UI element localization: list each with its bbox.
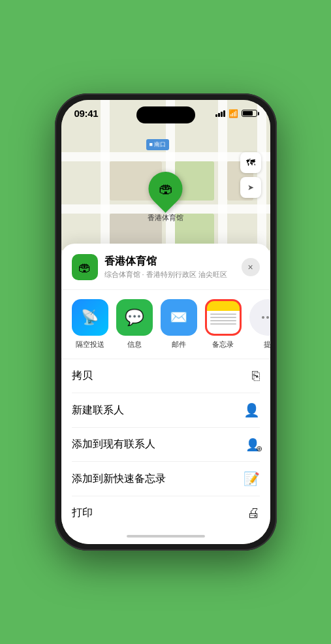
add-existing-icon: 👤⊕ [245, 437, 260, 452]
print-icon: 🖨 [247, 506, 260, 521]
copy-icon: ⎘ [252, 368, 260, 383]
share-app-airdrop[interactable]: 📡 隔空投送 [72, 299, 108, 349]
airdrop-label: 隔空投送 [76, 340, 104, 349]
bottom-sheet: 🏟 香港体育馆 综合体育馆 · 香港特别行政区 油尖旺区 × 📡 [61, 244, 270, 544]
map-controls: 🗺 ➤ [240, 152, 261, 202]
pin-stadium-icon: 🏟 [159, 180, 173, 197]
map-type-icon: 🗺 [246, 157, 255, 168]
home-indicator [127, 535, 205, 538]
location-button[interactable]: ➤ [240, 177, 261, 198]
sheet-header: 🏟 香港体育馆 综合体育馆 · 香港特别行政区 油尖旺区 × [61, 254, 270, 290]
share-app-messages[interactable]: 💬 信息 [116, 299, 153, 349]
dynamic-island [136, 106, 195, 123]
add-notes-icon: 📝 [244, 471, 260, 487]
add-notes-label: 添加到新快速备忘录 [72, 472, 166, 486]
action-copy[interactable]: 拷贝 ⎘ [72, 359, 260, 393]
new-contact-icon: 👤 [244, 402, 260, 418]
more-icon [249, 299, 270, 336]
map-type-button[interactable]: 🗺 [240, 152, 261, 173]
share-app-more[interactable]: 提 [249, 299, 270, 349]
status-icons: 📶 [215, 109, 257, 118]
wifi-icon: 📶 [229, 109, 238, 118]
phone-frame: 09:41 📶 [55, 93, 277, 551]
action-print[interactable]: 打印 🖨 [72, 496, 260, 530]
venue-icon: 🏟 [72, 254, 98, 280]
share-app-notes[interactable]: 备忘录 [205, 299, 242, 349]
action-add-existing[interactable]: 添加到现有联系人 👤⊕ [72, 428, 260, 462]
action-add-notes[interactable]: 添加到新快速备忘录 📝 [72, 462, 260, 496]
messages-label: 信息 [127, 340, 142, 349]
action-new-contact[interactable]: 新建联系人 👤 [72, 393, 260, 428]
print-label: 打印 [72, 506, 93, 520]
venue-name: 香港体育馆 [104, 255, 242, 268]
close-button[interactable]: × [242, 258, 260, 276]
notes-label: 备忘录 [212, 340, 234, 349]
more-label: 提 [264, 340, 270, 349]
venue-info: 香港体育馆 综合体育馆 · 香港特别行政区 油尖旺区 [104, 255, 242, 280]
messages-icon: 💬 [116, 299, 153, 336]
action-list: 拷贝 ⎘ 新建联系人 👤 添加到现有联系人 👤⊕ 添加到新快速备忘录 📝 [61, 359, 270, 530]
status-time: 09:41 [74, 108, 99, 119]
pin-label: 香港体育馆 [148, 213, 183, 223]
new-contact-label: 新建联系人 [72, 404, 124, 417]
add-existing-label: 添加到现有联系人 [72, 438, 155, 451]
stadium-pin: 🏟 香港体育馆 [148, 172, 183, 223]
location-icon: ➤ [247, 183, 254, 192]
airdrop-icon: 📡 [72, 299, 108, 336]
mail-icon: ✉️ [161, 299, 197, 336]
venue-subtitle: 综合体育馆 · 香港特别行政区 油尖旺区 [104, 270, 242, 280]
share-app-mail[interactable]: ✉️ 邮件 [161, 299, 197, 349]
phone-screen: 09:41 📶 [61, 100, 270, 544]
copy-label: 拷贝 [72, 369, 93, 383]
mail-label: 邮件 [172, 340, 186, 349]
signal-bars-icon [215, 110, 225, 117]
battery-icon [242, 110, 257, 117]
notes-icon [205, 299, 242, 336]
share-row: 📡 隔空投送 💬 信息 ✉️ 邮件 [61, 290, 270, 359]
map-label-nankou: ■ 南口 [146, 139, 170, 150]
